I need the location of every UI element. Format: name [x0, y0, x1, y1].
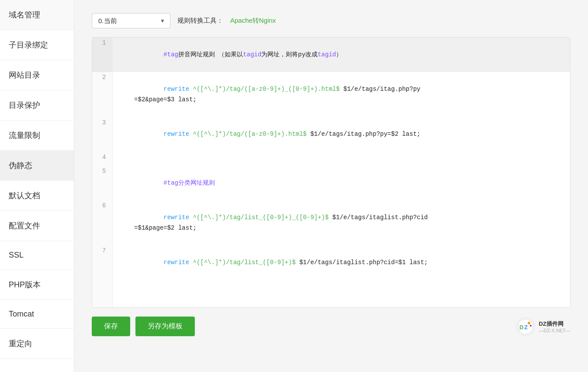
- table-row: 2 rewrite ^([^\.]*)/tag/([a-z0-9]+)_([0-…: [92, 72, 570, 117]
- table-row: 3 rewrite ^([^\.]*)/tag/([a-z0-9]+).html…: [92, 117, 570, 152]
- svg-text:Z: Z: [524, 324, 528, 331]
- table-row: 1 #tag拼音网址规则 （如果以tagid为网址，则将py改成tagid）: [92, 38, 570, 72]
- sidebar-item-tomcat[interactable]: Tomcat: [0, 300, 74, 329]
- save-as-template-button[interactable]: 另存为模板: [135, 317, 195, 336]
- sidebar-item-domain[interactable]: 域名管理: [0, 0, 74, 30]
- table-row: 5 #tag分类网址规则: [92, 166, 570, 200]
- svg-point-4: [530, 325, 532, 327]
- table-row: 4: [92, 152, 570, 166]
- sidebar-item-flowlimit[interactable]: 流量限制: [0, 121, 74, 151]
- svg-text:D: D: [519, 324, 523, 331]
- sidebar: 域名管理 子目录绑定 网站目录 目录保护 流量限制 伪静态 默认文档 配置文件 …: [0, 0, 74, 372]
- sidebar-item-config[interactable]: 配置文件: [0, 211, 74, 241]
- toolbar: 0.当前 1.备份 2.备份 ▼ 规则转换工具： Apache转Nginx: [92, 13, 571, 28]
- logo-text-block: DZ插件网 —DZ-X.NET—: [539, 320, 571, 333]
- code-editor[interactable]: 1 #tag拼音网址规则 （如果以tagid为网址，则将py改成tagid） 2…: [92, 37, 571, 308]
- version-select-wrapper: 0.当前 1.备份 2.备份 ▼: [92, 13, 170, 28]
- version-select[interactable]: 0.当前 1.备份 2.备份: [92, 13, 170, 28]
- svg-point-3: [528, 322, 530, 324]
- table-row: [92, 280, 570, 294]
- sidebar-item-defaultdoc[interactable]: 默认文档: [0, 181, 74, 211]
- logo-area: D Z DZ插件网 —DZ-X.NET—: [516, 317, 571, 336]
- logo-icon: D Z: [516, 317, 535, 336]
- sidebar-item-dirprotect[interactable]: 目录保护: [0, 90, 74, 121]
- sidebar-item-redirect[interactable]: 重定向: [0, 329, 74, 359]
- button-row: 保存 另存为模板 D Z DZ插件网 —DZ-X.NET—: [92, 317, 571, 336]
- rule-convert-label: 规则转换工具：: [177, 17, 223, 25]
- table-row: 6 rewrite ^([^\.]*)/tag/list_([0-9]+)_([…: [92, 200, 570, 245]
- logo-site-name: DZ插件网: [539, 320, 571, 328]
- code-table: 1 #tag拼音网址规则 （如果以tagid为网址，则将py改成tagid） 2…: [92, 38, 570, 308]
- apache-to-nginx-link[interactable]: Apache转Nginx: [230, 17, 276, 25]
- table-row: [92, 294, 570, 308]
- main-content: 0.当前 1.备份 2.备份 ▼ 规则转换工具： Apache转Nginx 1 …: [74, 0, 588, 372]
- save-button[interactable]: 保存: [92, 317, 130, 336]
- sidebar-item-php[interactable]: PHP版本: [0, 270, 74, 300]
- sidebar-item-subdir[interactable]: 子目录绑定: [0, 30, 74, 60]
- sidebar-item-pseudostatic[interactable]: 伪静态: [0, 151, 74, 181]
- logo-sub-text: —DZ-X.NET—: [539, 328, 571, 333]
- sidebar-item-ssl[interactable]: SSL: [0, 241, 74, 270]
- sidebar-item-sitedir[interactable]: 网站目录: [0, 60, 74, 90]
- table-row: 7 rewrite ^([^\.]*)/tag/list_([0-9]+)$ $…: [92, 245, 570, 280]
